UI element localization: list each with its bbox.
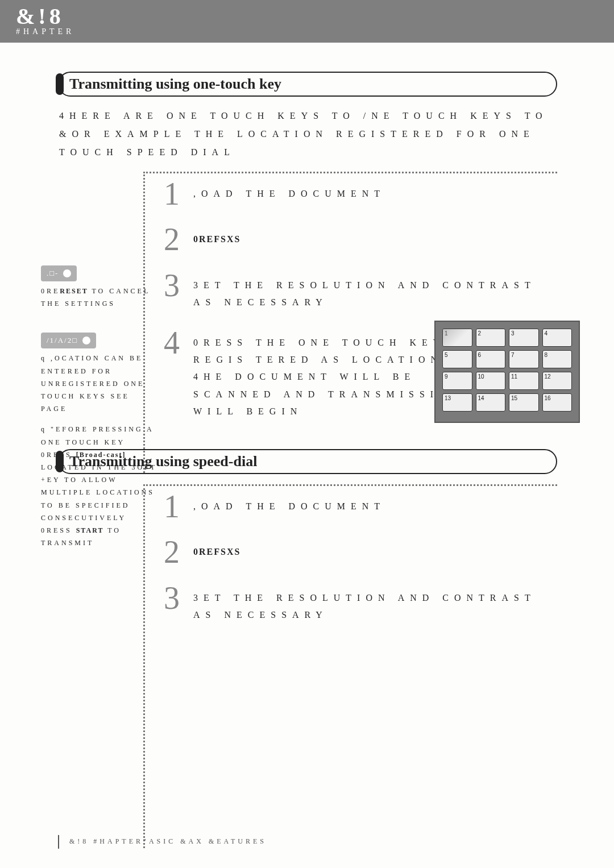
keypad-grid: 1 2 3 4 5 6 7 8 9 10 11 12 13 14 15 16 <box>442 329 572 412</box>
key-15: 15 <box>509 393 539 412</box>
section1-intro: 4HERE ARE ONE TOUCH KEYS TO /NE TOUCH KE… <box>58 107 557 161</box>
header-code: &!8 <box>16 3 614 30</box>
note-text: 0RERESET TO CANCEL THE SETTINGS <box>41 285 157 310</box>
section-speed-dial: Transmitting using speed-dial 1 ,OAD THE… <box>58 449 557 803</box>
page-footer: &!8 #HAPTER"ASIC &AX &EATURES <box>58 835 267 849</box>
dotted-border-left <box>143 484 145 848</box>
key-14: 14 <box>476 393 506 412</box>
pill-label: /1/A/2□ <box>47 334 78 347</box>
step-2: 2 0REFSXS <box>160 225 557 254</box>
step-3: 3 3ET THE RESOLUTION AND CONTRAST AS NEC… <box>160 271 557 312</box>
key-13: 13 <box>442 393 472 412</box>
note-tip-1: q ,OCATION CAN BE ENTERED FOR UNREGISTER… <box>41 352 157 415</box>
section1-body: 1 ,OAD THE DOCUMENT 2 0REFSXS 3 3ET THE … <box>58 172 557 473</box>
step-number: 2 <box>160 225 183 254</box>
section-title-one-touch: Transmitting using one-touch key <box>58 72 557 97</box>
step-number: 3 <box>160 584 183 612</box>
section2-body: 1 ,OAD THE DOCUMENT 2 0REFSXS 3 3ET THE … <box>58 484 557 803</box>
memo-pill: .□- <box>41 265 77 281</box>
section-title-speed-dial: Transmitting using speed-dial <box>58 449 557 474</box>
section-one-touch: Transmitting using one-touch key 4HERE A… <box>58 72 557 473</box>
step-3: 3 3ET THE RESOLUTION AND CONTRAST AS NEC… <box>160 584 557 624</box>
step-text: 0REFSXS <box>193 225 240 248</box>
step-number: 4 <box>160 329 183 357</box>
step-text: 3ET THE RESOLUTION AND CONTRAST AS NECES… <box>193 271 557 312</box>
keypad-illustration: 1 2 3 4 5 6 7 8 9 10 11 12 13 14 15 16 <box>434 321 580 423</box>
key-11: 11 <box>509 372 539 390</box>
section2-steps: 1 ,OAD THE DOCUMENT 2 0REFSXS 3 3ET THE … <box>160 492 557 641</box>
page-header: &!8 #HAPTER <box>0 0 614 43</box>
step-text: 0REFSXS <box>193 538 240 560</box>
key-6: 6 <box>476 350 506 368</box>
step-2: 2 0REFSXS <box>160 538 557 566</box>
reset-bold: RESET <box>60 287 88 295</box>
key-12: 12 <box>542 372 572 390</box>
step-1: 1 ,OAD THE DOCUMENT <box>160 180 557 208</box>
dotted-border-top <box>143 484 557 486</box>
key-2: 2 <box>476 329 506 347</box>
step-text: ,OAD THE DOCUMENT <box>193 180 385 202</box>
step-text: 3ET THE RESOLUTION AND CONTRAST AS NECES… <box>193 584 557 624</box>
key-9: 9 <box>442 372 472 390</box>
pill-dot-icon <box>82 337 90 344</box>
key-3: 3 <box>509 329 539 347</box>
key-5: 5 <box>442 350 472 368</box>
pill-dot-icon <box>63 269 71 277</box>
step-1: 1 ,OAD THE DOCUMENT <box>160 492 557 521</box>
note-memo: .□- 0RERESET TO CANCEL THE SETTINGS <box>41 265 157 310</box>
step-text: ,OAD THE DOCUMENT <box>193 492 385 515</box>
section-title-text: Transmitting using one-touch key <box>69 76 281 93</box>
footer-text: &!8 #HAPTER"ASIC &AX &EATURES <box>69 837 267 845</box>
footer-bar-icon <box>58 835 59 849</box>
pill-label: .□- <box>47 267 59 280</box>
section-title-text: Transmitting using speed-dial <box>69 453 257 470</box>
step-number: 1 <box>160 180 183 208</box>
header-chapter: #HAPTER <box>16 27 614 36</box>
step-number: 3 <box>160 271 183 300</box>
step-number: 2 <box>160 538 183 566</box>
key-4: 4 <box>542 329 572 347</box>
step-text: 0RESS THE ONE TOUCH KEY REGIS TERED AS L… <box>193 329 466 421</box>
tip-pill: /1/A/2□ <box>41 333 96 348</box>
key-7: 7 <box>509 350 539 368</box>
key-10: 10 <box>476 372 506 390</box>
key-1: 1 <box>442 329 472 347</box>
key-8: 8 <box>542 350 572 368</box>
key-16: 16 <box>542 393 572 412</box>
step-number: 1 <box>160 492 183 521</box>
dotted-border-top <box>143 172 557 173</box>
